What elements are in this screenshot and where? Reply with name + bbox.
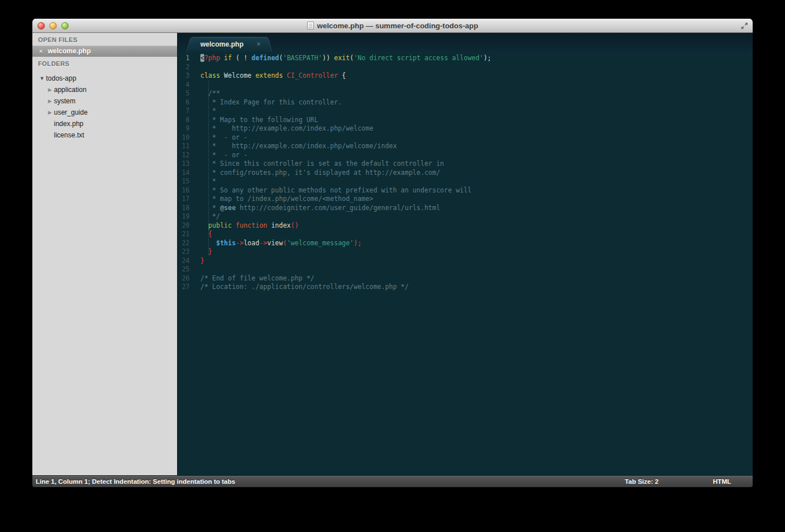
line-number[interactable]: 18 [178,204,195,213]
code-line[interactable]: 5 /** [178,89,753,98]
line-number[interactable]: 13 [178,160,195,169]
code-text: /* Location: ./application/controllers/w… [195,283,409,292]
code-line[interactable]: 11 * http://example.com/index.php/welcom… [178,142,753,151]
folders-header: FOLDERS [32,57,177,69]
code-text: <?php if ( ! defined('BASEPATH')) exit('… [195,54,491,63]
line-number[interactable]: 5 [178,89,195,98]
line-number[interactable]: 23 [178,248,195,257]
code-editor[interactable]: 1<?php if ( ! defined('BASEPATH')) exit(… [178,52,753,475]
disclosure-triangle-icon[interactable]: ▼ [38,76,46,81]
tree-file-license-txt[interactable]: license.txt [32,129,177,141]
code-line[interactable]: 3class Welcome extends CI_Controller { [178,72,753,81]
line-number[interactable]: 24 [178,257,195,266]
status-tab-size[interactable]: Tab Size: 2 [625,478,658,485]
code-line[interactable]: 14 * config/routes.php, it's displayed a… [178,169,753,178]
code-text: * [195,177,216,186]
code-line[interactable]: 27/* Location: ./application/controllers… [178,283,753,292]
code-line[interactable]: 21 { [178,230,753,239]
status-syntax-mode[interactable]: HTML [713,478,731,485]
line-number[interactable]: 7 [178,107,195,116]
code-line[interactable]: 24} [178,257,753,266]
tree-item-label: application [54,86,86,94]
code-text: * Since this controller is set as the de… [195,160,444,169]
open-file-item[interactable]: ×welcome.php [32,45,177,57]
close-file-icon[interactable]: × [38,48,44,55]
code-line[interactable]: 16 * So any other public methods not pre… [178,186,753,195]
code-line[interactable]: 13 * Since this controller is set as the… [178,160,753,169]
disclosure-triangle-icon[interactable]: ▶ [46,98,54,104]
line-number[interactable]: 12 [178,151,195,160]
line-number[interactable]: 6 [178,98,195,107]
folder-tree: ▼todos-app▶application▶system▶user_guide… [32,69,177,141]
line-number[interactable]: 8 [178,116,195,125]
line-number[interactable]: 25 [178,265,195,274]
minimize-window-button[interactable] [49,22,57,30]
code-line[interactable]: 19 */ [178,212,753,221]
code-line[interactable]: 25 [178,265,753,274]
line-number[interactable]: 14 [178,169,195,178]
line-number[interactable]: 1 [178,54,195,63]
code-line[interactable]: 18 * @see http://codeigniter.com/user_gu… [178,204,753,213]
tree-item-label: user_guide [54,108,87,116]
line-number[interactable]: 19 [178,212,195,221]
code-line[interactable]: 10 * - or - [178,133,753,143]
line-number[interactable]: 3 [178,72,195,81]
code-line[interactable]: 12 * - or - [178,151,753,160]
code-text: * Index Page for this controller. [195,98,342,107]
code-text: class Welcome extends CI_Controller { [195,72,346,81]
line-number[interactable]: 20 [178,221,195,231]
code-line[interactable]: 20 public function index() [178,221,753,231]
line-number[interactable]: 9 [178,124,195,133]
tree-item-label: todos-app [46,74,76,82]
line-number[interactable]: 22 [178,239,195,248]
line-number[interactable]: 26 [178,274,195,283]
code-line[interactable]: 15 * [178,177,753,186]
title-bar[interactable]: welcome.php — summer-of-coding-todos-app [32,19,753,33]
open-file-name: welcome.php [48,47,91,55]
tab-welcome-php[interactable]: welcome.php × [192,37,266,52]
code-line[interactable]: 8 * Maps to the following URL [178,116,753,125]
line-number[interactable]: 21 [178,230,195,239]
code-line[interactable]: 23 } [178,248,753,257]
code-text [195,265,200,274]
line-number[interactable]: 2 [178,63,195,72]
sidebar: OPEN FILES ×welcome.php FOLDERS ▼todos-a… [32,33,178,475]
line-number[interactable]: 17 [178,195,195,204]
open-files-header: OPEN FILES [32,33,177,45]
tab-close-icon[interactable]: × [252,40,261,48]
line-number[interactable]: 11 [178,142,195,151]
disclosure-triangle-icon[interactable]: ▶ [46,87,54,93]
code-line[interactable]: 17 * map to /index.php/welcome/<method_n… [178,195,753,204]
code-line[interactable]: 7 * [178,107,753,116]
tree-folder-todos-app[interactable]: ▼todos-app [32,73,177,84]
text-cursor: < [200,54,204,62]
code-line[interactable]: 4 [178,81,753,90]
code-text: public function index() [195,221,299,231]
tree-folder-user-guide[interactable]: ▶user_guide [32,107,177,118]
code-line[interactable]: 9 * http://example.com/index.php/welcome [178,124,753,133]
line-number[interactable]: 16 [178,186,195,195]
tree-folder-application[interactable]: ▶application [32,84,177,95]
code-line[interactable]: 1<?php if ( ! defined('BASEPATH')) exit(… [178,54,753,63]
document-proxy-icon [307,22,314,30]
code-line[interactable]: 2 [178,63,753,72]
code-line[interactable]: 6 * Index Page for this controller. [178,98,753,107]
fullscreen-icon[interactable] [739,21,749,30]
code-line[interactable]: 22 $this->load->view('welcome_message'); [178,239,753,248]
code-text: */ [195,212,220,221]
code-text: * http://example.com/index.php/welcome [195,124,373,133]
zoom-window-button[interactable] [61,22,69,30]
window-controls [32,22,69,30]
tree-folder-system[interactable]: ▶system [32,95,177,107]
line-number[interactable]: 27 [178,283,195,292]
tree-file-index-php[interactable]: index.php [32,118,177,129]
disclosure-triangle-icon[interactable]: ▶ [46,110,54,115]
line-number[interactable]: 15 [178,177,195,186]
code-text: } [195,257,204,266]
open-files-list: ×welcome.php [32,45,177,57]
code-line[interactable]: 26/* End of file welcome.php */ [178,274,753,283]
code-text: /* End of file welcome.php */ [195,274,314,283]
close-window-button[interactable] [37,22,45,30]
line-number[interactable]: 4 [178,81,195,90]
line-number[interactable]: 10 [178,133,195,143]
